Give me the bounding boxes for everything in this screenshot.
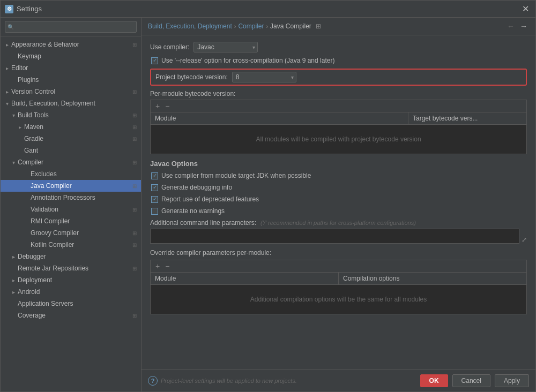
bytecode-version-select[interactable]: 8 9 10 11 17 (232, 72, 296, 82)
cancel-button[interactable]: Cancel (452, 374, 490, 387)
titlebar-title: Settings (17, 5, 42, 13)
sidebar-item-rmi-compiler[interactable]: RMI Compiler (1, 215, 141, 227)
javac-check1-checkbox[interactable] (151, 172, 158, 179)
main-panel: Build, Execution, Deployment › Compiler … (142, 18, 535, 391)
help-button[interactable]: ? (148, 376, 158, 386)
sidebar-item-label: Maven (24, 123, 131, 131)
sidebar-item-label: Keymap (18, 52, 141, 60)
settings-indicator-icon: ⊞ (132, 42, 141, 48)
apply-button[interactable]: Apply (495, 374, 529, 387)
titlebar-left: ⚙ Settings (5, 5, 42, 13)
override-section: Override compiler parameters per-module:… (150, 249, 527, 314)
javac-check2-label: Generate debugging info (161, 184, 232, 191)
sidebar-item-annotation-processors[interactable]: Annotation Processors (1, 192, 141, 203)
breadcrumb: Build, Execution, Deployment › Compiler … (142, 18, 535, 35)
remove-module-button[interactable]: − (163, 102, 171, 110)
sidebar-item-debugger[interactable]: Debugger (1, 251, 141, 262)
sidebar-item-label: RMI Compiler (31, 217, 141, 225)
sidebar-item-label: Build, Execution, Deployment (11, 100, 141, 107)
sidebar-item-kotlin-compiler[interactable]: Kotlin Compiler ⊞ (1, 239, 141, 251)
per-module-table: + − Module Target bytecode vers... All m… (150, 100, 527, 154)
sidebar-item-java-compiler[interactable]: Java Compiler ⊞ (1, 180, 141, 192)
add-module-button[interactable]: + (154, 102, 161, 110)
release-option-label: Use '--release' option for cross-compila… (161, 57, 334, 64)
sidebar-item-build-execution[interactable]: Build, Execution, Deployment (1, 97, 141, 109)
sidebar-item-label: Validation (31, 206, 131, 213)
sidebar-item-keymap[interactable]: Keymap (1, 50, 141, 62)
sidebar-item-label: Groovy Compiler (31, 229, 131, 237)
sidebar-item-version-control[interactable]: Version Control ⊞ (1, 86, 141, 97)
sidebar-item-label: Appearance & Behavior (11, 41, 131, 48)
sidebar-item-gant[interactable]: Gant (1, 145, 141, 156)
settings-indicator-icon: ⊞ (132, 242, 141, 248)
settings-indicator-icon: ⊞ (132, 266, 141, 272)
sidebar-item-remote-jar[interactable]: Remote Jar Repositories ⊞ (1, 262, 141, 274)
javac-check2-checkbox[interactable] (151, 184, 158, 191)
per-module-toolbar: + − (151, 100, 526, 112)
javac-check4-row: Generate no warnings (150, 207, 527, 215)
sidebar-item-android[interactable]: Android (1, 286, 141, 298)
breadcrumb-java-compiler: Java Compiler (270, 22, 311, 30)
override-header: Module Compilation options (151, 273, 526, 285)
sidebar-item-excludes[interactable]: Excludes (1, 168, 141, 180)
search-wrap (5, 21, 137, 33)
sidebar-item-label: Kotlin Compiler (31, 241, 131, 248)
sidebar-item-validation[interactable]: Validation ⊞ (1, 203, 141, 215)
expand-icon[interactable]: ⤢ (522, 236, 527, 244)
target-column-header: Target bytecode vers... (408, 112, 526, 124)
close-button[interactable]: ✕ (520, 4, 531, 14)
sidebar-item-appearance-behavior[interactable]: Appearance & Behavior ⊞ (1, 39, 141, 50)
use-compiler-label: Use compiler: (150, 43, 189, 51)
remove-override-button[interactable]: − (163, 262, 171, 270)
collapse-arrow (9, 289, 18, 295)
settings-indicator-icon: ⊞ (132, 313, 141, 319)
sidebar-tree: Appearance & Behavior ⊞ Keymap Editor Pl… (1, 36, 141, 391)
collapse-arrow (3, 65, 11, 71)
use-compiler-select[interactable]: Javac Eclipse Ajc (193, 42, 258, 52)
javac-check3-checkbox[interactable] (151, 196, 158, 203)
cmd-input[interactable] (150, 229, 519, 244)
sidebar-item-coverage[interactable]: Coverage ⊞ (1, 310, 141, 321)
settings-indicator-icon: ⊞ (132, 112, 141, 118)
nav-back-arrow[interactable]: ← (505, 22, 516, 31)
sidebar-item-label: Version Control (11, 88, 131, 95)
breadcrumb-build[interactable]: Build, Execution, Deployment (148, 22, 232, 30)
sidebar-item-gradle[interactable]: Gradle ⊞ (1, 133, 141, 145)
expand-arrow (3, 101, 11, 107)
sidebar-item-editor[interactable]: Editor (1, 62, 141, 74)
settings-indicator-icon: ⊞ (132, 160, 141, 165)
use-compiler-row: Use compiler: Javac Eclipse Ajc (150, 42, 527, 52)
content-area: Appearance & Behavior ⊞ Keymap Editor Pl… (1, 18, 535, 391)
sidebar-item-maven[interactable]: Maven ⊞ (1, 121, 141, 133)
nav-arrows: ← → (505, 22, 529, 31)
breadcrumb-compiler[interactable]: Compiler (238, 22, 264, 30)
nav-forward-arrow[interactable]: → (518, 22, 529, 31)
add-override-button[interactable]: + (154, 262, 161, 270)
settings-indicator-icon: ⊞ (132, 124, 141, 130)
sidebar-item-build-tools[interactable]: Build Tools ⊞ (1, 109, 141, 121)
sidebar-item-plugins[interactable]: Plugins (1, 74, 141, 86)
sidebar-item-label: Deployment (18, 276, 141, 284)
override-module-col: Module (151, 273, 339, 284)
javac-section-title: Javac Options (150, 160, 527, 168)
bottom-left: ? Project-level settings will be applied… (148, 376, 297, 386)
app-icon: ⚙ (5, 5, 13, 13)
sidebar-item-application-servers[interactable]: Application Servers (1, 298, 141, 310)
module-column-header: Module (151, 112, 408, 124)
search-input[interactable] (5, 21, 137, 33)
sidebar-item-compiler[interactable]: Compiler ⊞ (1, 156, 141, 168)
search-box (1, 18, 141, 36)
release-option-checkbox[interactable] (151, 57, 158, 64)
sidebar-item-groovy-compiler[interactable]: Groovy Compiler ⊞ (1, 227, 141, 239)
ok-button[interactable]: OK (420, 374, 448, 387)
panel-content: Use compiler: Javac Eclipse Ajc Use '--r… (142, 35, 535, 370)
sidebar-item-label: Android (18, 288, 141, 296)
javac-check4-checkbox[interactable] (151, 208, 158, 215)
sidebar-item-deployment[interactable]: Deployment (1, 274, 141, 286)
javac-check3-row: Report use of deprecated features (150, 195, 527, 203)
breadcrumb-sep-2: › (266, 23, 268, 29)
javac-check1-label: Use compiler from module target JDK when… (161, 172, 311, 179)
sidebar-item-label: Java Compiler (31, 182, 131, 190)
override-empty-msg: Additional compilation options will be t… (151, 285, 526, 314)
override-options-col: Compilation options (339, 273, 526, 284)
